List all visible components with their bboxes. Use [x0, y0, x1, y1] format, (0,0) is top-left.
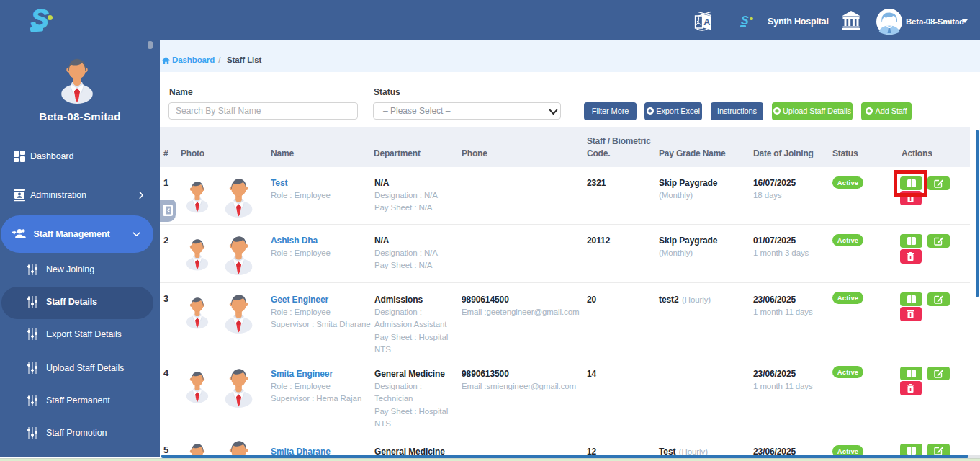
- svg-text:A: A: [703, 17, 710, 27]
